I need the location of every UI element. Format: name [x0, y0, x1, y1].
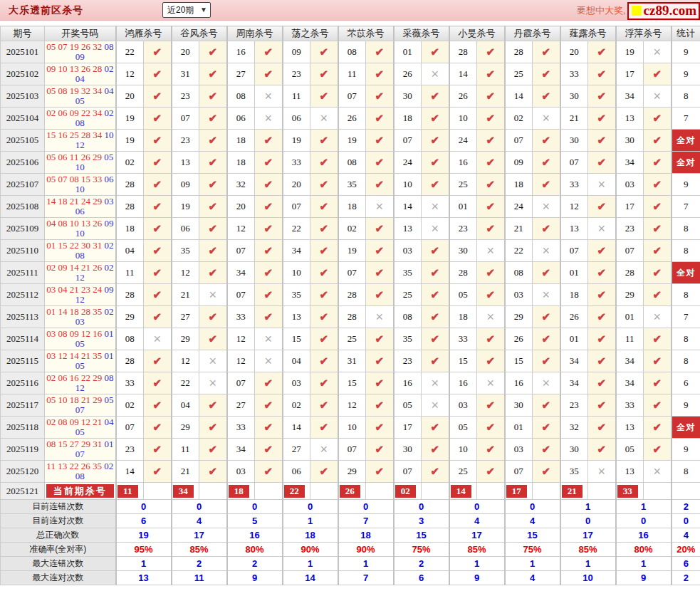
- check-mark-icon: ✔: [310, 196, 338, 218]
- kill-number: 33: [116, 372, 144, 394]
- check-mark-icon: ✔: [533, 174, 560, 196]
- check-mark-icon: ✔: [366, 284, 394, 306]
- check-mark-icon: ✔: [533, 350, 560, 372]
- summary-value: 7: [338, 571, 394, 585]
- kill-number: 08: [338, 152, 366, 174]
- check-mark-icon: ✔: [588, 63, 616, 85]
- check-mark-icon: ✔: [199, 108, 227, 130]
- check-mark-icon: ✔: [199, 85, 227, 108]
- kill-number: 01: [394, 41, 422, 63]
- check-mark-icon: ✔: [533, 130, 560, 152]
- kill-number: 34: [560, 350, 588, 372]
- check-mark-icon: ✔: [477, 63, 505, 85]
- cross-mark-icon: ×: [255, 328, 283, 350]
- check-mark-icon: ✔: [644, 174, 672, 196]
- check-mark-icon: ✔: [366, 417, 394, 439]
- summary-value: 15: [394, 528, 449, 543]
- kill-number: 28: [116, 350, 144, 372]
- check-mark-icon: ✔: [533, 461, 560, 483]
- all-correct-badge: 全对: [672, 417, 700, 439]
- current-kill-cell: 22: [283, 483, 310, 500]
- kill-number: 19: [116, 130, 144, 152]
- front-numbers: 14 18 21 24 29: [46, 196, 102, 206]
- kill-number: 09: [283, 41, 310, 63]
- check-mark-icon: ✔: [199, 196, 227, 218]
- summary-value: 4: [505, 514, 560, 528]
- summary-label: 最大连错次数: [1, 557, 116, 571]
- kill-number: 22: [172, 372, 199, 394]
- kill-number: 32: [560, 417, 588, 439]
- current-kill-cell: 11: [116, 483, 144, 500]
- check-mark-icon: ✔: [310, 130, 338, 152]
- col-header-10: 薤露杀号: [560, 26, 616, 41]
- check-mark-icon: ✔: [310, 152, 338, 174]
- summary-value: 80%: [616, 543, 672, 557]
- kill-number: 30: [560, 439, 588, 461]
- kill-number: 06: [283, 108, 310, 130]
- kill-number: 11: [338, 63, 366, 85]
- check-mark-icon: ✔: [477, 196, 505, 218]
- check-mark-icon: ✔: [477, 439, 505, 461]
- range-select[interactable]: 近20期 ▼: [162, 2, 211, 18]
- check-mark-icon: ✔: [477, 41, 505, 63]
- kill-number: 24: [505, 196, 533, 218]
- kill-number: 10: [449, 108, 477, 130]
- period-cell: 2025109: [1, 218, 45, 240]
- kill-number: 18: [394, 108, 422, 130]
- cross-mark-icon: ×: [199, 284, 227, 306]
- summary-value: 11: [172, 571, 227, 585]
- kill-number: 06: [227, 108, 255, 130]
- kill-number: 07: [394, 130, 422, 152]
- col-header-12: 统计: [672, 26, 700, 41]
- front-numbers: 05 07 08 15 33: [46, 174, 102, 184]
- check-mark-icon: ✔: [366, 174, 394, 196]
- check-mark-icon: ✔: [255, 262, 283, 284]
- check-mark-icon: ✔: [310, 174, 338, 196]
- kill-number: 29: [172, 417, 199, 439]
- col-header-7: 采薇杀号: [394, 26, 449, 41]
- check-mark-icon: ✔: [310, 63, 338, 85]
- cz89-link[interactable]: cz89.com: [627, 2, 700, 20]
- cross-mark-icon: ×: [310, 108, 338, 130]
- current-row-label-cell: 当前期杀号: [45, 483, 116, 500]
- cross-mark-icon: ×: [644, 306, 672, 328]
- summary-label: 总正确次数: [1, 528, 116, 543]
- check-mark-icon: ✔: [533, 417, 560, 439]
- kill-number: 07: [560, 240, 588, 262]
- summary-value: 17: [560, 528, 616, 543]
- draw-numbers: 04 08 10 13 26 09 10: [45, 218, 116, 240]
- cross-mark-icon: ×: [422, 63, 449, 85]
- check-mark-icon: ✔: [588, 152, 616, 174]
- summary-value: 1: [560, 557, 616, 571]
- summary-value: 0: [283, 500, 338, 514]
- kill-number: 21: [172, 284, 199, 306]
- cross-mark-icon: ×: [644, 461, 672, 483]
- kill-number: 17: [616, 196, 644, 218]
- kill-number: 03: [449, 394, 477, 417]
- summary-row: 目前连错次数00000000112: [1, 500, 700, 514]
- check-mark-icon: ✔: [144, 218, 172, 240]
- kill-number: 06: [283, 461, 310, 483]
- table-row: 202510814 18 21 24 29 03 0628✔19✔20✔07✔1…: [1, 196, 700, 218]
- kill-number: 30: [616, 130, 644, 152]
- check-mark-icon: ✔: [144, 394, 172, 417]
- check-mark-icon: ✔: [255, 130, 283, 152]
- check-mark-icon: ✔: [422, 284, 449, 306]
- check-mark-icon: ✔: [366, 240, 394, 262]
- summary-row: 准确率(全对率)95%85%80%90%90%75%85%75%85%80%20…: [1, 543, 700, 557]
- empty-mark-cell: [588, 483, 616, 500]
- kill-number: 14: [283, 417, 310, 439]
- col-header-2: 鸿雁杀号: [116, 26, 172, 41]
- front-numbers: 02 08 09 12 21: [46, 417, 102, 427]
- check-mark-icon: ✔: [477, 350, 505, 372]
- kill-number: 28: [116, 174, 144, 196]
- kill-number: 16: [449, 372, 477, 394]
- summary-value: 13: [116, 571, 172, 585]
- period-cell: 2025116: [1, 372, 45, 394]
- cross-mark-icon: ×: [255, 85, 283, 108]
- check-mark-icon: ✔: [366, 108, 394, 130]
- check-mark-icon: ✔: [477, 461, 505, 483]
- kill-number: 18: [227, 152, 255, 174]
- check-mark-icon: ✔: [366, 218, 394, 240]
- front-numbers: 02 06 16 22 29: [46, 372, 102, 383]
